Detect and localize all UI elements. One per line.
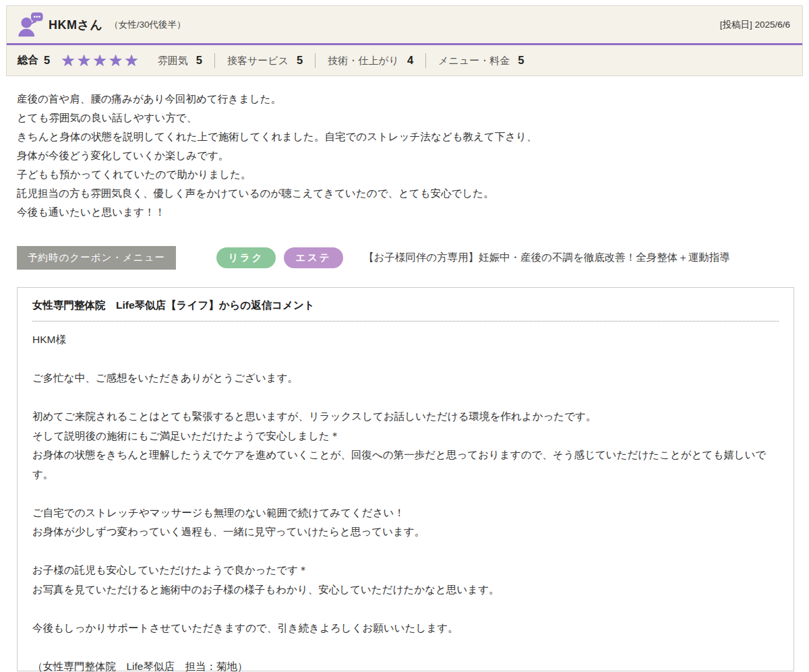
coupon-menu-text: 【お子様同伴の方専用】妊娠中・産後の不調を徹底改善！全身整体＋運動指導 — [363, 251, 730, 265]
review-body-text: 産後の首や肩、腰の痛みがあり今回初めて行きました。 とても雰囲気の良い話しやすい… — [17, 90, 792, 222]
rating-separator — [315, 53, 316, 68]
rating-item-service: 接客サービス 5 — [227, 54, 303, 67]
rating-label: 接客サービス — [227, 55, 289, 67]
star-rating-icons: ★★★★★ — [61, 53, 140, 69]
overall-rating-value: 5 — [44, 54, 50, 67]
rating-item-atmosphere: 雰囲気 5 — [158, 54, 202, 67]
reply-body-text: HKM様 ご多忙な中、ご感想をいただきありがとうございます。 初めてご来院される… — [32, 330, 779, 672]
review-card: HKMさん （女性/30代後半） [投稿日] 2025/6/6 総合 5 ★★★… — [6, 5, 803, 76]
rating-label: メニュー・料金 — [438, 55, 510, 67]
coupon-menu-label: 予約時のクーポン・メニュー — [17, 246, 176, 270]
tag-esthe-badge: エステ — [284, 247, 343, 268]
reviewer-name: HKMさん — [49, 17, 102, 33]
rating-label: 技術・仕上がり — [328, 55, 399, 67]
rating-label: 雰囲気 — [158, 55, 188, 67]
coupon-row: 予約時のクーポン・メニュー リラク エステ 【お子様同伴の方専用】妊娠中・産後の… — [17, 246, 792, 270]
rating-separator — [425, 53, 426, 68]
reply-title: 女性専門整体院 Life琴似店【ライフ】からの返信コメント — [32, 299, 779, 322]
salon-reply-box: 女性専門整体院 Life琴似店【ライフ】からの返信コメント HKM様 ご多忙な中… — [17, 287, 794, 671]
rating-value: 4 — [407, 54, 413, 67]
overall-rating-label: 総合 — [18, 53, 38, 67]
rating-value: 5 — [297, 54, 303, 67]
rating-separator — [214, 53, 215, 68]
tag-relax-badge: リラク — [216, 247, 276, 268]
rating-value: 5 — [196, 54, 202, 67]
rating-value: 5 — [518, 54, 524, 67]
post-date: [投稿日] 2025/6/6 — [720, 19, 790, 31]
rating-item-menu-price: メニュー・料金 5 — [438, 54, 524, 67]
ratings-row: 総合 5 ★★★★★ 雰囲気 5 接客サービス 5 技術・仕上がり 4 メニュー… — [7, 45, 802, 75]
review-header: HKMさん （女性/30代後半） [投稿日] 2025/6/6 — [7, 6, 802, 43]
reviewer-meta: （女性/30代後半） — [109, 19, 185, 31]
rating-item-technique: 技術・仕上がり 4 — [328, 54, 413, 67]
reviewer-avatar-icon — [16, 11, 44, 40]
reviewer-info: HKMさん （女性/30代後半） — [16, 10, 186, 40]
